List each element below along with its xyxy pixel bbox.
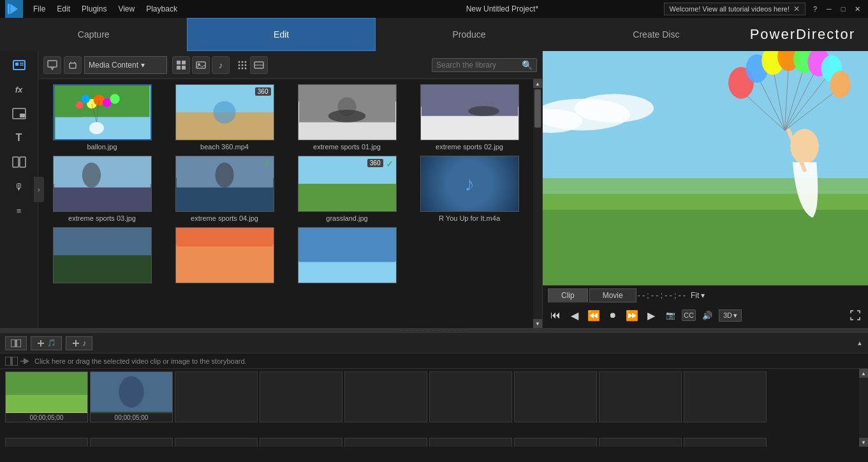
menu-plugins[interactable]: Plugins — [77, 3, 112, 15]
menu-playback[interactable]: Playback — [141, 3, 182, 15]
media-label-extreme02: extreme sports 02.jpg — [436, 143, 503, 151]
record-button[interactable]: ⏺ — [605, 308, 621, 323]
close-button[interactable]: ✕ — [851, 4, 863, 14]
step-fwd-button[interactable]: ⏩ — [624, 308, 640, 323]
storyboard-scroll-up[interactable]: ▲ — [859, 369, 868, 378]
menu-edit[interactable]: Edit — [52, 3, 75, 15]
storyboard-cell-r2-8[interactable] — [599, 438, 682, 447]
subtitles-button[interactable]: CC — [682, 309, 696, 321]
add-audio-track-button[interactable]: 🎵 — [31, 336, 62, 350]
add-audio-button[interactable]: ♪ — [66, 336, 92, 350]
plugin-button[interactable] — [64, 56, 82, 74]
storyboard-cell-empty-3[interactable] — [175, 371, 258, 422]
storyboard-cell-r2-4[interactable] — [260, 438, 342, 447]
view-fit-button[interactable] — [250, 56, 268, 74]
menu-file[interactable]: File — [28, 3, 50, 15]
storyboard-cell-r2-7[interactable] — [514, 438, 597, 447]
storyboard-row-1: 00;00;05;00 00;00;05;00 — [0, 371, 859, 435]
sidebar-icon-audio[interactable]: 🎙 — [5, 175, 33, 198]
content-type-dropdown[interactable]: Media Content ▾ — [84, 56, 167, 74]
media-item-extreme01[interactable]: extreme sports 01.jpg — [288, 84, 406, 151]
storyboard-cell-empty-9[interactable] — [684, 371, 767, 422]
storyboard-cell-2[interactable]: 00;00;05;00 — [90, 371, 173, 422]
media-library: Media Content ▾ ♪ 🔍 — [38, 51, 543, 328]
snapshot-button[interactable]: 📷 — [663, 308, 678, 323]
import-button[interactable] — [43, 56, 61, 74]
nav-create-disc[interactable]: Create Disc — [563, 18, 749, 51]
movie-tab[interactable]: Movie — [589, 288, 636, 302]
media-thumb-music: ♪ — [420, 156, 519, 212]
media-item-row3c[interactable] — [288, 227, 406, 286]
minimize-button[interactable]: ─ — [823, 4, 835, 14]
media-item-music[interactable]: ♪ R You Up for It.m4a — [411, 156, 528, 222]
nav-capture[interactable]: Capture — [0, 18, 187, 51]
next-frame-button[interactable]: ▶ — [644, 308, 659, 323]
sidebar-icon-subtitle[interactable]: ≡ — [5, 199, 33, 222]
svg-rect-65 — [298, 228, 395, 262]
scroll-down-button[interactable]: ▼ — [533, 319, 542, 328]
help-button[interactable]: ? — [809, 4, 821, 14]
sidebar-collapse-button[interactable]: › — [34, 177, 44, 202]
media-label-extreme03: extreme sports 03.jpg — [68, 214, 136, 222]
storyboard-cell-r2-9[interactable] — [684, 438, 767, 447]
sidebar-icon-transition[interactable] — [5, 151, 33, 174]
storyboard-cell-r2-3[interactable] — [175, 438, 258, 447]
sidebar-icon-pip[interactable] — [5, 102, 33, 125]
nav-produce[interactable]: Produce — [376, 18, 563, 51]
storyboard-cell-empty-8[interactable] — [599, 371, 682, 422]
view-toggles: ♪ — [172, 56, 230, 74]
svg-point-55 — [82, 163, 100, 188]
welcome-close-button[interactable]: ✕ — [793, 4, 800, 13]
media-label-music: R You Up for It.m4a — [439, 214, 500, 222]
scroll-thumb[interactable] — [534, 89, 541, 128]
play-to-start-button[interactable]: ⏮ — [548, 308, 563, 323]
menu-view[interactable]: View — [113, 3, 140, 15]
view-photo-button[interactable] — [192, 56, 210, 74]
fullscreen-button[interactable] — [848, 308, 863, 323]
svg-point-69 — [575, 94, 654, 123]
storyboard-cell-empty-5[interactable] — [344, 371, 427, 422]
left-sidebar: fx T 🎙 ≡ › — [0, 51, 38, 328]
sidebar-icon-media[interactable] — [5, 54, 33, 77]
prev-frame-button[interactable]: ◀ — [567, 308, 582, 323]
media-item-row3a[interactable] — [43, 227, 161, 286]
storyboard-scroll-down[interactable]: ▼ — [859, 438, 868, 447]
media-item-grassland[interactable]: 360 ✓ grassland.jpg — [288, 156, 406, 222]
clip-tab[interactable]: Clip — [548, 288, 588, 302]
volume-button[interactable]: 🔊 — [700, 308, 715, 323]
view-grid-button[interactable] — [172, 56, 190, 74]
media-item-extreme04[interactable]: ✓ extreme sports 04.jpg — [166, 156, 283, 222]
search-input[interactable] — [436, 61, 519, 70]
search-icon: 🔍 — [522, 60, 533, 70]
storyboard-view-button[interactable] — [5, 336, 27, 350]
grid-size-control[interactable] — [237, 60, 247, 70]
storyboard-cell-r2-1[interactable] — [5, 438, 88, 447]
titlebar: File Edit Plugins View Playback New Unti… — [0, 0, 868, 18]
view-music-button[interactable]: ♪ — [212, 56, 230, 74]
storyboard-cell-r2-6[interactable] — [429, 438, 512, 447]
sidebar-icon-title[interactable]: T — [5, 126, 33, 149]
storyboard-cell-empty-6[interactable] — [429, 371, 512, 422]
fit-dropdown[interactable]: Fit ▾ — [691, 291, 705, 300]
media-item-extreme03[interactable]: extreme sports 03.jpg — [43, 156, 161, 222]
step-back-button[interactable]: ⏪ — [586, 308, 601, 323]
maximize-button[interactable]: □ — [837, 4, 849, 14]
three-d-button[interactable]: 3D ▾ — [719, 309, 742, 322]
media-item-row3b[interactable] — [166, 227, 283, 286]
storyboard-cell-empty-7[interactable] — [514, 371, 597, 422]
sidebar-icon-fx[interactable]: fx — [5, 78, 33, 101]
storyboard-cell-1[interactable]: 00;00;05;00 — [5, 371, 88, 422]
storyboard-cell-r2-5[interactable] — [344, 438, 427, 447]
storyboard-cell-empty-4[interactable] — [260, 371, 342, 422]
title-right: Welcome! View all tutorial videos here! … — [664, 3, 864, 15]
storyboard-cell-r2-2[interactable] — [90, 438, 173, 447]
scroll-up-button[interactable]: ▲ — [533, 79, 542, 88]
storyboard-hint: Click here or drag the selected video cl… — [0, 354, 868, 369]
media-item-balloon[interactable]: ballon.jpg — [43, 84, 161, 151]
storyboard-hint-text: Click here or drag the selected video cl… — [34, 357, 247, 365]
media-item-beach360[interactable]: 360 beach 360.mp4 — [166, 84, 283, 151]
nav-edit[interactable]: Edit — [187, 18, 375, 51]
storyboard-scroll-up-button[interactable]: ▲ — [857, 339, 863, 346]
media-item-extreme02[interactable]: extreme sports 02.jpg — [411, 84, 528, 151]
music-note-icon: ♪ — [421, 156, 519, 211]
